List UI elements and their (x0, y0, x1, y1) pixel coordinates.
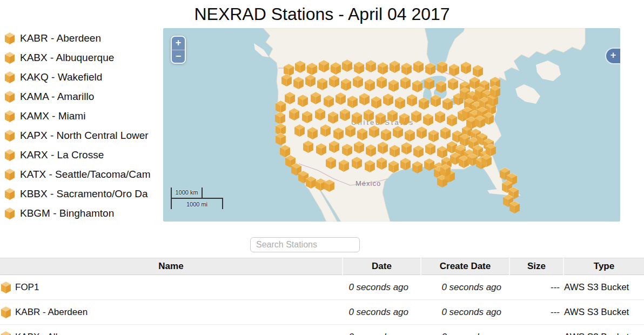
s3-bucket-marker[interactable] (387, 110, 398, 122)
s3-bucket-marker[interactable] (416, 126, 427, 139)
s3-bucket-marker[interactable] (281, 74, 292, 86)
s3-bucket-marker[interactable] (353, 62, 365, 74)
table-row[interactable]: FOP1 0 seconds ago 0 seconds ago --- AWS… (0, 275, 644, 300)
s3-bucket-marker[interactable] (341, 59, 353, 72)
s3-bucket-marker[interactable] (314, 108, 326, 120)
s3-bucket-marker[interactable] (297, 95, 308, 107)
s3-bucket-marker[interactable] (434, 111, 446, 123)
s3-bucket-marker[interactable] (333, 128, 344, 140)
search-input[interactable] (250, 237, 360, 252)
s3-bucket-marker[interactable] (365, 60, 377, 72)
column-header-type[interactable]: Type (563, 258, 644, 275)
s3-bucket-marker[interactable] (412, 161, 423, 173)
table-row[interactable]: KABR - Aberdeen 0 seconds ago 0 seconds … (0, 300, 644, 325)
s3-bucket-marker[interactable] (338, 159, 350, 172)
s3-bucket-marker[interactable] (316, 143, 327, 156)
cell-name[interactable]: FOP1 (0, 282, 342, 293)
s3-bucket-marker[interactable] (275, 133, 286, 145)
s3-bucket-marker[interactable] (310, 92, 321, 104)
s3-bucket-marker[interactable] (430, 95, 441, 107)
s3-bucket-marker[interactable] (448, 64, 460, 76)
s3-bucket-marker[interactable] (294, 61, 306, 73)
s3-bucket-marker[interactable] (425, 143, 436, 155)
zoom-out-button[interactable]: − (172, 50, 185, 63)
layers-expand-button[interactable]: + (606, 49, 620, 63)
s3-bucket-marker[interactable] (301, 111, 313, 123)
cell-name[interactable]: KABX - Albuquerque (0, 331, 342, 335)
s3-bucket-marker[interactable] (401, 63, 412, 75)
s3-bucket-marker[interactable] (389, 61, 400, 73)
s3-bucket-marker[interactable] (305, 75, 316, 87)
sidebar-station-item[interactable]: KAKQ - Wakefield (4, 68, 152, 87)
s3-bucket-marker[interactable] (303, 140, 314, 153)
sidebar-station-item[interactable]: KBGM - Binghamton (4, 204, 152, 223)
s3-bucket-marker[interactable] (425, 63, 436, 75)
s3-bucket-marker[interactable] (306, 63, 318, 75)
zoom-in-button[interactable]: + (172, 37, 185, 50)
s3-bucket-marker[interactable] (489, 85, 501, 98)
s3-bucket-marker[interactable] (472, 65, 484, 77)
sidebar-station-item[interactable]: KARX - La Crosse (4, 145, 152, 165)
column-header-name[interactable]: Name (0, 258, 342, 275)
s3-bucket-marker[interactable] (347, 96, 358, 108)
s3-bucket-marker[interactable] (340, 78, 352, 91)
s3-bucket-marker[interactable] (437, 61, 448, 73)
s3-bucket-marker[interactable] (357, 128, 368, 140)
sidebar-station-item[interactable]: KAPX - North Central Lower (4, 126, 152, 145)
s3-bucket-marker[interactable] (363, 109, 374, 122)
s3-bucket-marker[interactable] (328, 140, 340, 153)
s3-bucket-marker[interactable] (447, 78, 459, 90)
sidebar-station-item[interactable]: KABX - Albuquerque (4, 48, 152, 68)
s3-bucket-marker[interactable] (401, 142, 412, 155)
s3-bucket-marker[interactable] (442, 98, 453, 110)
s3-bucket-marker[interactable] (325, 157, 337, 169)
s3-bucket-marker[interactable] (293, 77, 304, 89)
s3-bucket-marker[interactable] (365, 144, 377, 157)
s3-bucket-marker[interactable] (351, 157, 363, 169)
s3-bucket-marker[interactable] (317, 78, 328, 90)
s3-bucket-marker[interactable] (324, 179, 335, 192)
column-header-size[interactable]: Size (509, 258, 563, 275)
s3-bucket-marker[interactable] (323, 95, 334, 108)
s3-bucket-marker[interactable] (422, 113, 434, 126)
s3-bucket-marker[interactable] (377, 62, 388, 75)
s3-bucket-marker[interactable] (392, 126, 404, 138)
s3-bucket-marker[interactable] (275, 100, 286, 113)
column-header-create-date[interactable]: Create Date (420, 258, 509, 275)
s3-bucket-marker[interactable] (339, 109, 351, 121)
s3-bucket-marker[interactable] (399, 113, 410, 125)
s3-bucket-marker[interactable] (327, 111, 339, 124)
s3-bucket-marker[interactable] (388, 79, 399, 92)
s3-bucket-marker[interactable] (460, 62, 472, 74)
s3-bucket-marker[interactable] (351, 112, 363, 124)
s3-bucket-marker[interactable] (418, 97, 430, 110)
s3-bucket-marker[interactable] (383, 93, 394, 106)
s3-bucket-marker[interactable] (404, 129, 415, 142)
s3-bucket-marker[interactable] (320, 124, 331, 137)
s3-bucket-marker[interactable] (371, 96, 382, 109)
s3-bucket-marker[interactable] (341, 144, 353, 156)
s3-bucket-marker[interactable] (364, 79, 375, 91)
s3-bucket-marker[interactable] (411, 110, 422, 123)
s3-bucket-marker[interactable] (440, 127, 451, 139)
s3-bucket-marker[interactable] (318, 60, 330, 72)
sidebar-station-item[interactable]: KATX - Seattle/Tacoma/Cam (4, 165, 152, 184)
s3-bucket-marker[interactable] (368, 125, 380, 138)
cell-name[interactable]: KABR - Aberdeen (0, 306, 342, 318)
s3-bucket-marker[interactable] (435, 81, 447, 93)
s3-bucket-marker[interactable] (389, 145, 400, 157)
s3-bucket-marker[interactable] (424, 77, 435, 90)
s3-bucket-marker[interactable] (440, 164, 451, 177)
table-row[interactable]: KABX - Albuquerque 0 seconds ago 0 secon… (0, 325, 644, 335)
s3-bucket-marker[interactable] (364, 160, 375, 172)
sidebar-station-item[interactable]: KBBX - Sacramento/Oro Da (4, 184, 152, 204)
s3-bucket-marker[interactable] (375, 112, 386, 125)
s3-bucket-marker[interactable] (352, 76, 364, 88)
column-header-date[interactable]: Date (342, 258, 420, 275)
s3-bucket-marker[interactable] (388, 160, 399, 173)
s3-bucket-marker[interactable] (345, 125, 356, 137)
sidebar-station-item[interactable]: KABR - Aberdeen (4, 29, 152, 48)
sidebar-station-item[interactable]: KAMA - Amarillo (4, 87, 152, 106)
s3-bucket-marker[interactable] (481, 155, 492, 167)
s3-bucket-marker[interactable] (307, 127, 318, 139)
